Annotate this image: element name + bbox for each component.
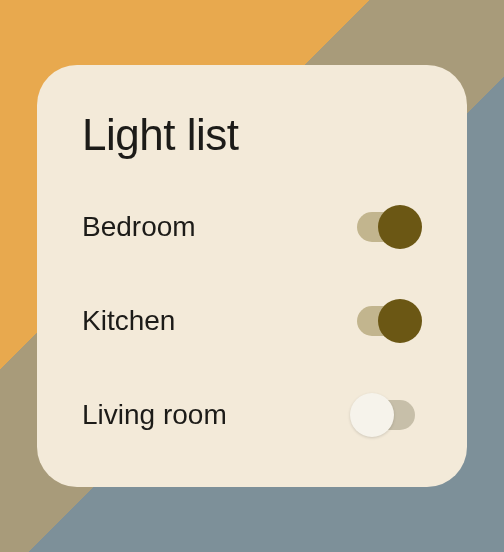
light-label-living-room: Living room bbox=[82, 399, 227, 431]
light-list-card: Light list Bedroom Kitchen Living room bbox=[37, 65, 467, 487]
light-label-kitchen: Kitchen bbox=[82, 305, 175, 337]
toggle-thumb bbox=[378, 299, 422, 343]
light-label-bedroom: Bedroom bbox=[82, 211, 196, 243]
toggle-living-room[interactable] bbox=[350, 393, 422, 437]
toggle-thumb bbox=[378, 205, 422, 249]
toggle-kitchen[interactable] bbox=[350, 299, 422, 343]
toggle-thumb bbox=[350, 393, 394, 437]
list-item: Kitchen bbox=[82, 299, 422, 343]
page-title: Light list bbox=[82, 110, 422, 160]
list-item: Living room bbox=[82, 393, 422, 437]
list-item: Bedroom bbox=[82, 205, 422, 249]
toggle-bedroom[interactable] bbox=[350, 205, 422, 249]
